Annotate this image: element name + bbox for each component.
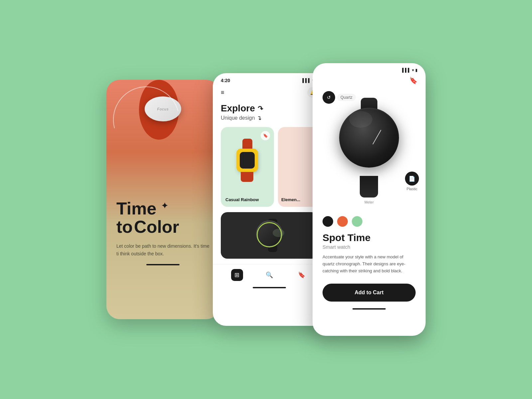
spot-time-watch-image	[332, 98, 406, 198]
color-swatch-green[interactable]	[352, 216, 362, 227]
nav-grid-button[interactable]: ⊞	[231, 269, 243, 281]
screen1-splash: Focus Time ✦ to Color Let color be path …	[106, 80, 219, 319]
meter-tag: Meter	[364, 200, 374, 204]
product-card-casual-rainbow[interactable]: 🔖 Casual Rainbow	[221, 127, 274, 207]
app-header: ≡ 🔔	[213, 83, 326, 98]
plastic-tag-icon: 📄	[405, 172, 419, 186]
dark-watch-face	[256, 220, 283, 247]
explore-subtitle: Unique design ↴	[221, 114, 318, 122]
splash-description: Let color be path to new dimensions. It'…	[116, 242, 209, 257]
battery-icon-3: ▮	[415, 68, 418, 72]
product-title: Spot Time	[323, 232, 416, 243]
product-name-1: Casual Rainbow	[225, 197, 259, 202]
nav-bookmark-button[interactable]: 🔖	[296, 269, 308, 281]
screen2-explore: 4:20 ▌▌▌ ▾ ▮ ≡ 🔔 Explore ↷ Unique design…	[213, 73, 326, 326]
wifi-icon-3: ▾	[412, 68, 414, 72]
star-icon: ✦	[161, 201, 168, 210]
product-subtitle: Smart watch	[323, 244, 416, 250]
product-card-dark[interactable]	[221, 212, 318, 259]
bookmark-icon[interactable]: 🔖	[409, 76, 418, 84]
doodle-arrow-icon: ↷	[257, 104, 264, 113]
watch-screen	[240, 152, 255, 169]
title-color: Color	[134, 218, 179, 236]
explore-section: Explore ↷ Unique design ↴	[213, 98, 326, 124]
nav-search-button[interactable]: 🔍	[263, 269, 275, 281]
second-products-row	[213, 209, 326, 261]
dark-watch-highlight	[273, 229, 284, 237]
product-showcase-area: ↺ Quartz 📄 Plastic Meter	[313, 84, 426, 211]
explore-title: Explore ↷	[221, 103, 318, 114]
products-row: 🔖 Casual Rainbow Elemen...	[213, 124, 326, 209]
casual-rainbow-watch-image	[227, 134, 267, 187]
title-line1: Time ✦	[116, 200, 209, 218]
arrow-doodle-icon: ↴	[257, 114, 262, 122]
screen3-status-bar: ▌▌▌ ▾ ▮	[313, 63, 426, 72]
black-watch-face	[339, 108, 399, 168]
quartz-tag-label: Quartz	[337, 94, 356, 101]
arc-decoration	[106, 80, 192, 165]
product-name-2: Elemen...	[281, 197, 300, 202]
screens-container: Focus Time ✦ to Color Let color be path …	[66, 33, 466, 366]
add-to-cart-button[interactable]: Add to Cart	[323, 284, 416, 302]
screen3-status-icons: ▌▌▌ ▾ ▮	[402, 68, 418, 72]
title-line2: to Color	[116, 218, 209, 236]
hamburger-icon[interactable]: ≡	[221, 89, 224, 96]
status-bar: 4:20 ▌▌▌ ▾ ▮	[213, 73, 326, 83]
watch-hand	[372, 130, 381, 144]
watch-band-bottom	[241, 172, 253, 182]
color-swatch-black[interactable]	[323, 216, 333, 227]
screen3-header: 🔖	[313, 72, 426, 84]
watch-body	[236, 149, 258, 172]
home-indicator-2	[253, 287, 286, 288]
color-swatches	[313, 211, 426, 229]
color-swatch-orange[interactable]	[337, 216, 348, 227]
plastic-tag-label: Plastic	[407, 187, 417, 191]
quartz-tag-icon: ↺	[323, 91, 335, 104]
bookmark-button-1[interactable]: 🔖	[261, 131, 270, 140]
plastic-tag: 📄 Plastic	[405, 172, 419, 191]
signal-icon-3: ▌▌▌	[402, 68, 411, 72]
screen3-product-info: Spot Time Smart watch Accentuate your st…	[313, 229, 426, 277]
black-band-bottom	[360, 176, 378, 198]
product-description: Accentuate your style with a new model o…	[323, 254, 416, 274]
dark-watch-image	[243, 215, 296, 255]
status-time: 4:20	[221, 78, 230, 83]
bottom-nav: ⊞ 🔍 🔖	[213, 264, 326, 286]
screen1-hero-image: Focus	[106, 80, 219, 193]
home-indicator-3	[352, 308, 386, 310]
home-indicator	[146, 264, 180, 265]
quartz-tag: ↺ Quartz	[323, 91, 356, 104]
watch-highlight	[349, 111, 372, 128]
splash-title: Time ✦ to Color	[116, 200, 209, 236]
screen3-product-detail: ▌▌▌ ▾ ▮ 🔖 ↺ Quartz	[313, 63, 426, 336]
signal-icon: ▌▌▌	[302, 78, 311, 83]
